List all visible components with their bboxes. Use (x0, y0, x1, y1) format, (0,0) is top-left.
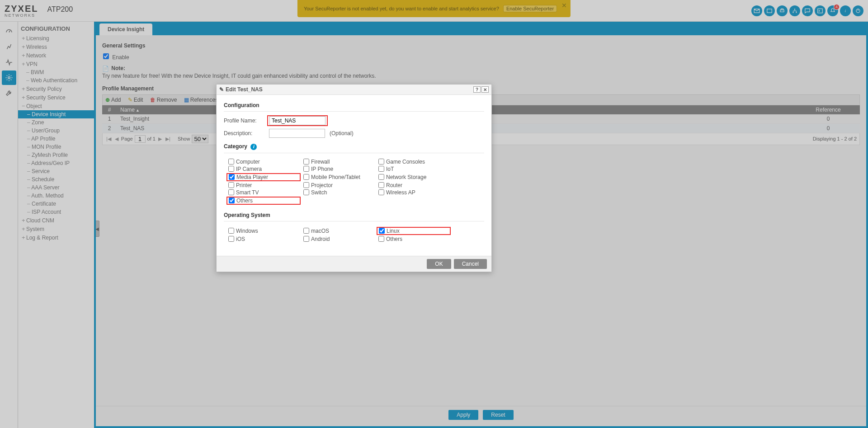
category-label: Others (236, 198, 253, 204)
category-label: IP Camera (236, 166, 262, 172)
category-label: Printer (236, 182, 252, 188)
category-checkbox[interactable] (303, 166, 309, 172)
category-label: Game Consoles (386, 159, 425, 165)
category-smart-tv[interactable]: Smart TV (228, 189, 301, 196)
ok-button[interactable]: OK (427, 259, 451, 269)
category-network-storage[interactable]: Network Storage (378, 173, 451, 181)
profile-name-label: Profile Name: (224, 118, 269, 124)
os-label: macOS (311, 228, 329, 234)
os-label: Others (386, 236, 402, 242)
close-button[interactable]: ✕ (481, 86, 489, 93)
os-windows[interactable]: Windows (228, 227, 301, 235)
os-checkbox[interactable] (378, 236, 384, 242)
category-label: IP Phone (311, 166, 333, 172)
category-label: Network Storage (386, 174, 426, 180)
optional-label: (Optional) (330, 130, 354, 136)
category-label: Smart TV (236, 189, 259, 196)
category-heading: Category i (224, 141, 484, 153)
cancel-button[interactable]: Cancel (454, 259, 487, 269)
category-checkbox[interactable] (378, 174, 384, 180)
category-label: Computer (236, 159, 260, 165)
category-label: Switch (311, 189, 327, 196)
category-label: IoT (386, 166, 394, 172)
category-wireless-ap[interactable]: Wireless AP (378, 189, 451, 196)
category-switch[interactable]: Switch (303, 189, 376, 196)
category-label: Wireless AP (386, 189, 415, 196)
category-projector[interactable]: Projector (303, 182, 376, 188)
os-checkbox[interactable] (228, 236, 234, 242)
os-label: Android (311, 236, 330, 242)
category-printer[interactable]: Printer (228, 182, 301, 188)
help-button[interactable]: ? (473, 86, 481, 93)
category-label: Mobile Phone/Tablet (311, 174, 360, 180)
description-label: Description: (224, 130, 269, 136)
category-checkbox[interactable] (378, 182, 384, 188)
category-checkbox[interactable] (228, 159, 234, 165)
category-ip-phone[interactable]: IP Phone (303, 166, 376, 172)
category-media-player[interactable]: Media Player (226, 173, 301, 181)
edit-icon: ✎ (219, 86, 224, 93)
category-router[interactable]: Router (378, 182, 451, 188)
profile-name-input[interactable] (269, 116, 326, 125)
os-label: iOS (236, 236, 245, 242)
category-checkbox[interactable] (228, 166, 234, 172)
category-label: Projector (311, 182, 333, 188)
configuration-heading: Configuration (224, 99, 484, 112)
category-mobile-phone-tablet[interactable]: Mobile Phone/Tablet (303, 173, 376, 181)
dialog-title: Edit Test_NAS (226, 86, 263, 93)
edit-profile-dialog: ✎ Edit Test_NAS ? ✕ Configuration Profil… (216, 84, 492, 272)
category-checkbox[interactable] (303, 159, 309, 165)
category-others[interactable]: Others (226, 197, 301, 205)
description-input[interactable] (269, 129, 325, 138)
dialog-titlebar[interactable]: ✎ Edit Test_NAS ? ✕ (217, 85, 491, 95)
os-android[interactable]: Android (303, 236, 376, 242)
category-checkbox[interactable] (229, 174, 235, 180)
category-checkbox[interactable] (303, 174, 309, 180)
category-iot[interactable]: IoT (378, 166, 451, 172)
category-checkbox[interactable] (303, 189, 309, 195)
category-checkbox[interactable] (378, 159, 384, 165)
os-checkbox[interactable] (303, 236, 309, 242)
os-heading: Operating System (224, 209, 484, 221)
os-label: Linux (387, 228, 400, 234)
category-label: Media Player (236, 174, 268, 180)
dialog-footer: OK Cancel (217, 256, 491, 272)
os-linux[interactable]: Linux (377, 227, 451, 235)
category-checkbox[interactable] (378, 166, 384, 172)
os-others[interactable]: Others (378, 236, 451, 242)
category-checkbox[interactable] (228, 182, 234, 188)
os-checkbox[interactable] (379, 228, 385, 234)
category-label: Router (386, 182, 402, 188)
category-game-consoles[interactable]: Game Consoles (378, 159, 451, 165)
os-checkbox[interactable] (228, 228, 234, 234)
category-checkbox[interactable] (229, 198, 235, 203)
category-checkbox[interactable] (303, 182, 309, 188)
category-checkbox[interactable] (228, 189, 234, 195)
category-label: Firewall (311, 159, 330, 165)
os-macos[interactable]: macOS (303, 227, 376, 235)
os-checkbox[interactable] (303, 228, 309, 234)
category-checkbox[interactable] (378, 189, 384, 195)
os-ios[interactable]: iOS (228, 236, 301, 242)
info-icon[interactable]: i (250, 144, 257, 150)
os-label: Windows (236, 228, 258, 234)
category-computer[interactable]: Computer (228, 159, 301, 165)
category-ip-camera[interactable]: IP Camera (228, 166, 301, 172)
category-firewall[interactable]: Firewall (303, 159, 376, 165)
